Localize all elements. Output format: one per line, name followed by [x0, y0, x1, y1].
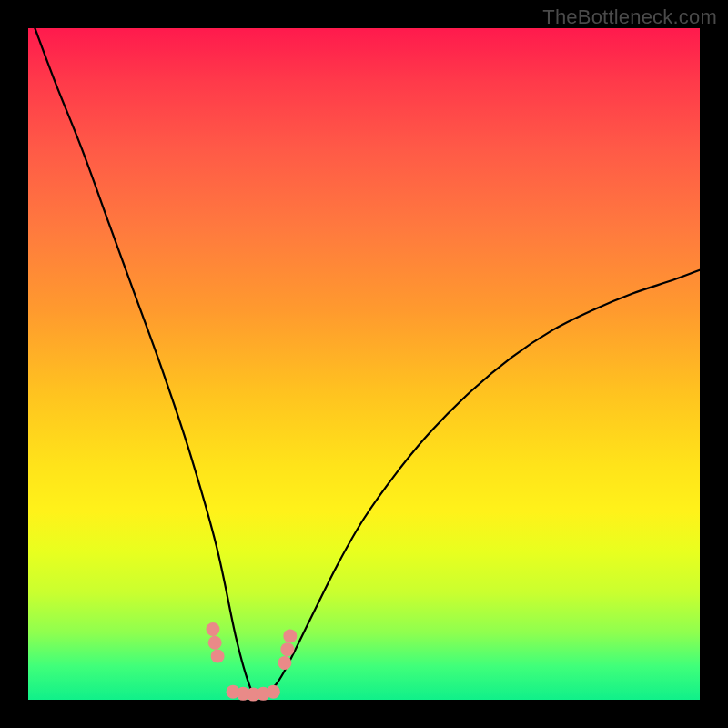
marker-dot	[211, 650, 225, 663]
flat-region-markers	[206, 622, 297, 702]
bottleneck-curve	[35, 28, 700, 693]
marker-dot	[206, 622, 219, 636]
plot-area	[28, 28, 700, 700]
marker-dot	[280, 642, 294, 656]
marker-dot	[283, 629, 297, 642]
bottleneck-chart-svg	[28, 28, 700, 700]
marker-dot	[267, 685, 280, 699]
chart-frame: TheBottleneck.com	[0, 0, 728, 728]
marker-dot	[208, 636, 222, 650]
watermark-label: TheBottleneck.com	[542, 5, 717, 29]
marker-dot	[278, 656, 291, 670]
